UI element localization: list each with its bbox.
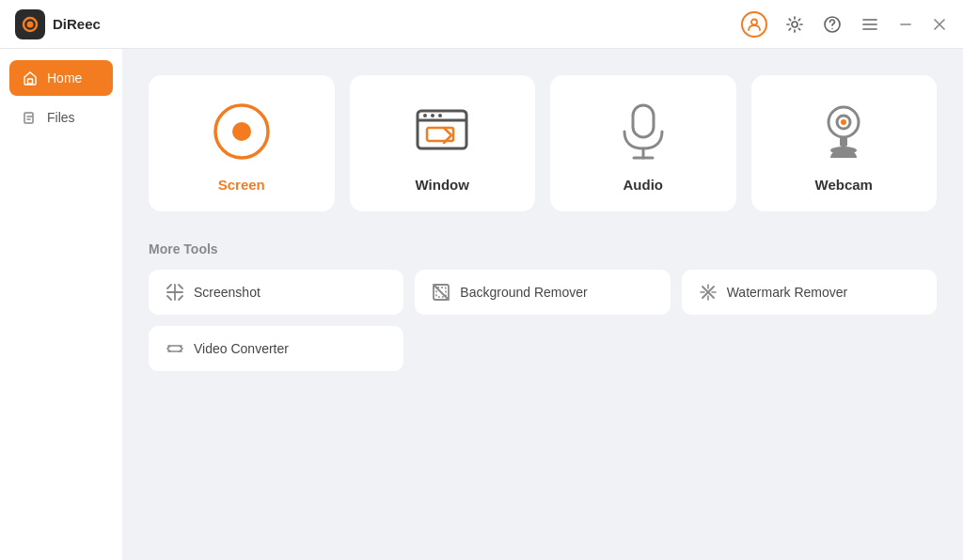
title-bar: DiReec: [0, 0, 963, 49]
files-icon: [21, 108, 39, 127]
tool-watermark-remover[interactable]: Watermark Remover: [682, 270, 937, 315]
help-icon[interactable]: [822, 14, 843, 35]
svg-rect-7: [24, 113, 33, 123]
screen-card-label: Screen: [218, 177, 265, 193]
svg-rect-15: [633, 105, 654, 137]
home-icon: [21, 69, 39, 87]
screen-card-icon: [212, 101, 272, 162]
window-card-label: Window: [416, 177, 469, 193]
screenshot-icon: [166, 283, 184, 302]
sidebar-files-label: Files: [47, 110, 75, 125]
recording-cards-row: Screen Window: [149, 75, 937, 211]
logo-area: DiReec: [15, 9, 101, 39]
screen-card[interactable]: Screen: [149, 75, 335, 211]
svg-point-11: [423, 114, 427, 117]
svg-point-2: [751, 19, 757, 24]
svg-rect-21: [840, 137, 847, 147]
audio-card-label: Audio: [624, 177, 664, 193]
svg-line-23: [167, 285, 171, 288]
svg-point-3: [792, 22, 797, 27]
tool-screenshot-label: Screenshot: [194, 285, 260, 300]
more-tools-section: More Tools Screenshot: [149, 241, 937, 371]
sidebar-home-label: Home: [47, 70, 82, 86]
profile-icon[interactable]: [741, 11, 767, 38]
minimize-button[interactable]: [897, 16, 914, 33]
tools-grid: Screenshot Background Remover: [149, 270, 937, 371]
svg-point-1: [27, 21, 34, 27]
svg-line-24: [179, 285, 182, 288]
svg-rect-6: [28, 79, 33, 84]
background-remover-icon: [432, 283, 450, 302]
audio-card[interactable]: Audio: [550, 75, 736, 211]
app-body: Home Files Scre: [0, 49, 963, 560]
svg-line-25: [167, 296, 171, 300]
svg-line-26: [179, 296, 182, 300]
tool-screenshot[interactable]: Screenshot: [149, 270, 403, 315]
more-tools-label: More Tools: [149, 241, 937, 257]
window-card-icon: [412, 101, 472, 162]
video-converter-icon: [166, 339, 184, 358]
webcam-card-icon: [813, 101, 874, 162]
svg-point-13: [438, 114, 442, 117]
main-content: Screen Window: [122, 49, 963, 560]
sidebar-item-files[interactable]: Files: [9, 100, 113, 135]
tool-background-remover[interactable]: Background Remover: [415, 270, 670, 315]
tool-video-converter-label: Video Converter: [194, 341, 289, 356]
close-button[interactable]: [931, 16, 948, 33]
sidebar: Home Files: [0, 49, 122, 560]
menu-icon[interactable]: [860, 14, 880, 35]
app-name: DiReec: [53, 16, 101, 32]
watermark-remover-icon: [699, 283, 718, 302]
webcam-card[interactable]: Webcam: [751, 75, 938, 211]
title-bar-controls: [741, 11, 948, 38]
svg-point-5: [831, 27, 833, 29]
svg-point-12: [431, 114, 434, 117]
sidebar-item-home[interactable]: Home: [9, 60, 113, 96]
svg-point-20: [841, 119, 846, 125]
tool-watermark-remover-label: Watermark Remover: [727, 285, 848, 300]
window-card[interactable]: Window: [350, 75, 536, 211]
tool-video-converter[interactable]: Video Converter: [149, 326, 403, 371]
tool-background-remover-label: Background Remover: [460, 285, 587, 300]
app-logo-icon: [15, 9, 45, 39]
settings-icon[interactable]: [784, 14, 805, 35]
svg-point-9: [232, 122, 251, 141]
audio-card-icon: [613, 101, 673, 162]
webcam-card-label: Webcam: [815, 177, 873, 193]
